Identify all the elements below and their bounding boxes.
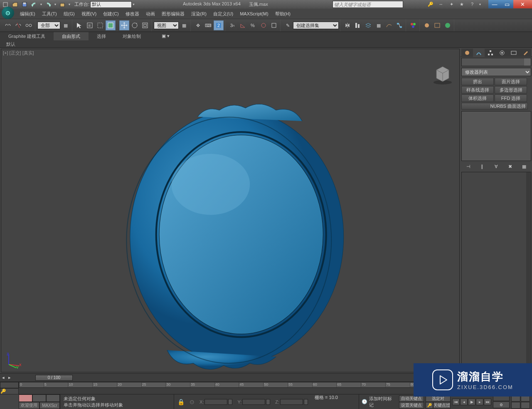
menu-tools[interactable]: 工具(T) [39,9,60,19]
mini-stop-icon[interactable] [32,394,46,402]
help-dd-icon[interactable]: ▼ [478,0,482,8]
help-icon[interactable]: ? [468,0,477,8]
spinner-snap-icon[interactable] [259,20,268,30]
unlink-icon[interactable] [13,20,23,30]
filter-config-icon[interactable]: ▦ [61,20,71,30]
object-color-swatch[interactable] [524,58,531,66]
viewport[interactable]: [+] [正交] [真实] [1,49,460,372]
rollup-area[interactable] [461,172,531,372]
tab-selection[interactable]: 选择 [89,32,114,40]
time-config-icon[interactable]: ⚙ [493,402,510,408]
mini-welcome[interactable]: 欢迎使用 [19,402,39,409]
x-input[interactable] [204,399,227,405]
menu-animation[interactable]: 动画 [143,9,158,19]
play-icon[interactable]: ▶ [468,399,475,405]
display-tab-icon[interactable] [508,49,520,57]
named-sel-edit-icon[interactable]: ✎ [283,20,293,30]
rollup-scrollbar[interactable] [526,172,530,372]
layers-icon[interactable] [363,20,373,30]
timetag-icon[interactable]: 🕓 [362,399,367,404]
track-key-icon[interactable]: 🔑 [0,388,19,394]
remove-mod-icon[interactable]: ✖ [506,163,515,170]
menu-customize[interactable]: 自定义(U) [210,9,236,19]
pan-icon[interactable] [511,402,520,409]
object-name-input[interactable] [462,58,524,66]
redo-dd-icon[interactable]: ▼ [53,1,57,8]
exchange-icon[interactable]: ↔ [436,0,446,8]
utilities-tab-icon[interactable] [520,49,531,57]
ribbon-sub-default[interactable]: 默认 [0,40,22,47]
menu-graph[interactable]: 图形编辑器 [158,9,188,19]
select-rect-icon[interactable] [95,20,105,30]
modifier-list-dropdown[interactable]: 修改器列表 [462,68,531,76]
setkey-button[interactable]: 设置关键点 [399,402,424,409]
track-expand-icon[interactable] [0,382,19,388]
menu-render[interactable]: 渲染(R) [188,9,210,19]
redo-icon[interactable] [44,1,53,8]
prev-frame-icon[interactable]: ◂ [460,399,468,405]
menu-views[interactable]: 视图(V) [78,9,100,19]
pin-stack-icon[interactable]: ⊣ [464,163,473,170]
material-editor-icon[interactable] [408,20,418,30]
mini-maxscript[interactable]: MAXScr [39,402,60,409]
minimize-button[interactable]: — [488,0,501,8]
link-icon[interactable] [3,20,13,30]
modify-tab-icon[interactable] [473,49,485,57]
rotate-icon[interactable] [130,20,140,30]
time-left-icon[interactable]: ◂ [0,374,6,382]
layer-ex-icon[interactable]: ▦ [374,20,384,30]
render-icon[interactable] [443,20,453,30]
btn-nurbs-select[interactable]: NURBS 曲面选择 [461,103,528,109]
open-icon[interactable] [10,1,20,8]
manip-icon[interactable]: ✥ [193,20,203,30]
create-tab-icon[interactable] [461,49,473,57]
configure-icon[interactable]: ▦ [520,163,529,170]
close-button[interactable]: ✕ [513,0,532,8]
time-handle[interactable]: 0 / 100 [35,375,73,381]
menu-group[interactable]: 组(G) [60,9,78,19]
menu-help[interactable]: 帮助(H) [272,9,294,19]
ribbon-expand-icon[interactable]: ▣ ▾ [162,32,170,40]
btn-extrude[interactable]: 挤出 [461,78,494,85]
menu-create[interactable]: 创建(C) [100,9,122,19]
btn-vol-select[interactable]: 体积选择 [461,94,494,102]
schematic-icon[interactable] [394,20,404,30]
btn-poly-select[interactable]: 多边形选择 [495,86,527,94]
select-icon[interactable] [74,20,84,30]
show-end-icon[interactable]: ∥ [478,163,487,170]
curve-editor-icon[interactable] [384,20,394,30]
render-setup-icon[interactable] [422,20,432,30]
viewport-label[interactable]: [+] [正交] [真实] [3,50,34,56]
next-frame-icon[interactable]: ▸ [476,399,483,405]
goto-end-icon[interactable]: ⏭ [484,399,491,405]
save-icon[interactable] [20,1,29,8]
snap-2d-icon[interactable]: 2 [214,20,224,30]
tab-graphite[interactable]: Graphite 建模工具 [0,32,54,40]
y-spinner[interactable] [266,399,270,405]
goto-start-icon[interactable]: ⏮ [452,399,460,405]
move-icon[interactable] [119,20,129,30]
app-logo[interactable]: ⊙ [2,7,14,19]
search-input[interactable] [332,1,403,8]
hierarchy-tab-icon[interactable] [485,49,496,57]
keyfilter-button[interactable]: 关键点过滤器... [433,402,451,409]
btn-spline-select[interactable]: 样条线选择 [461,86,494,94]
pivot-icon[interactable]: ▦ [179,20,189,30]
btn-patch-select[interactable]: 面片选择 [495,78,527,85]
motion-tab-icon[interactable] [496,49,508,57]
key-big-icon[interactable]: 🔑 [426,402,433,409]
x-spinner[interactable] [228,399,232,405]
z-spinner[interactable] [304,399,308,405]
tab-freeform[interactable]: 自由形式 [54,32,89,40]
workspace-input[interactable] [90,1,132,8]
favorites-icon[interactable]: ★ [457,0,466,8]
lock-selection-icon[interactable]: 🔒 [177,399,185,405]
mirror-icon[interactable] [342,20,352,30]
named-sel-dropdown[interactable]: 创建选择集 [293,22,339,29]
scale-icon[interactable] [140,20,150,30]
snap-3-icon[interactable]: 3n [227,20,237,30]
modifier-stack[interactable] [461,111,531,161]
unique-icon[interactable]: ∀ [492,163,501,170]
project-icon[interactable] [58,1,67,8]
align-icon[interactable] [353,20,363,30]
